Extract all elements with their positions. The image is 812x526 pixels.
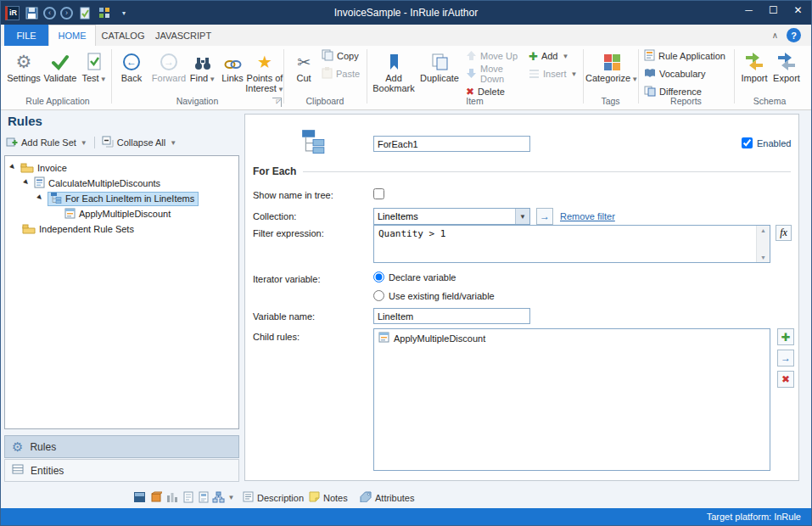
statusbar: Target platform: InRule: [1, 508, 811, 525]
group-label-clipboard: Clipboard: [283, 96, 367, 109]
add-child-rule-button[interactable]: ✚: [777, 328, 794, 345]
help-icon[interactable]: ?: [787, 28, 801, 42]
tree-item-apply-multiple-discount[interactable]: ApplyMultipleDiscount: [5, 206, 238, 221]
nav-entities-button[interactable]: Entities: [4, 459, 239, 482]
duplicate-button[interactable]: Duplicate: [418, 48, 461, 95]
folder-icon: [20, 162, 34, 175]
qat-dropdown-icon[interactable]: ▾: [116, 5, 132, 20]
back-button[interactable]: ← Back: [115, 48, 148, 95]
cut-button[interactable]: ✂ Cut: [289, 48, 318, 95]
rule-application-report-button[interactable]: Rule Application: [644, 48, 732, 64]
test-quick-icon[interactable]: [97, 5, 112, 20]
attributes-button[interactable]: Attributes: [360, 490, 414, 505]
collapse-all-button[interactable]: Collapse All: [117, 137, 165, 148]
find-button[interactable]: Find▼: [189, 48, 216, 95]
bookmark-icon: [389, 48, 400, 70]
expander-icon[interactable]: ▶: [36, 193, 45, 203]
clipboard-icon: [322, 67, 333, 81]
filter-expression-textarea[interactable]: Quantity > 1 ▲▼: [373, 225, 770, 263]
add-rule-set-button[interactable]: Add Rule Set: [21, 137, 76, 148]
dropdown-caret-icon: ▼: [209, 76, 216, 83]
ribbon-tab-row: FILE HOME CATALOG JAVASCRIPT ∧ ?: [1, 25, 811, 46]
points-of-interest-button[interactable]: ★ Points of Interest▼: [247, 48, 283, 95]
variable-name-input[interactable]: [373, 308, 530, 324]
scroll-up-icon[interactable]: ▲: [760, 227, 766, 233]
description-button[interactable]: Description: [243, 490, 304, 505]
close-button[interactable]: ✕: [786, 1, 810, 19]
rule-icon: [378, 332, 389, 344]
collapse-ribbon-icon[interactable]: ∧: [768, 28, 782, 42]
notes-button[interactable]: Notes: [309, 490, 348, 505]
app-logo-icon: iR: [5, 6, 20, 20]
insert-button[interactable]: Insert ▼: [529, 66, 580, 81]
paste-button[interactable]: Paste: [322, 66, 366, 81]
rule-name-input[interactable]: [373, 136, 530, 152]
tree-item-independent-rule-sets[interactable]: Independent Rule Sets: [5, 221, 238, 237]
view-toggle-window-icon[interactable]: [132, 490, 147, 504]
bottom-toolbar-dropdown-icon[interactable]: ▼: [227, 490, 235, 504]
save-icon[interactable]: [24, 5, 39, 20]
export-button[interactable]: Export: [771, 48, 802, 95]
tree-item-for-each[interactable]: ▶ For Each LineItem in LineItems: [5, 191, 238, 206]
export-arrows-icon: [776, 48, 797, 70]
tree-item-calculate-multiple-discounts[interactable]: ▶ CalculateMultipleDiscounts: [5, 176, 238, 191]
back-arrow-icon: ←: [123, 48, 140, 70]
nav-rules-button[interactable]: ⚙ Rules: [4, 435, 239, 458]
declare-variable-option[interactable]: Declare variable: [373, 271, 456, 283]
goto-child-rule-button[interactable]: →: [777, 350, 794, 367]
tab-javascript[interactable]: JAVASCRIPT: [150, 25, 216, 46]
maximize-button[interactable]: ☐: [761, 1, 786, 19]
vocabulary-report-button[interactable]: Vocabulary: [644, 66, 732, 81]
child-rules-listbox[interactable]: ApplyMultipleDiscount: [373, 328, 770, 471]
combo-arrow-icon[interactable]: ▼: [515, 209, 529, 224]
sticky-note-icon: [309, 491, 320, 504]
variable-name-label: Variable name:: [253, 311, 315, 322]
goto-collection-button[interactable]: →: [536, 208, 553, 225]
rule-icon: [64, 208, 76, 221]
use-existing-radio[interactable]: [373, 290, 384, 301]
tab-file[interactable]: FILE: [4, 25, 48, 46]
links-button[interactable]: Links: [218, 48, 247, 95]
add-button[interactable]: ✚ Add ▼: [529, 48, 580, 64]
remove-child-rule-button[interactable]: ✖: [777, 371, 794, 388]
remove-filter-link[interactable]: Remove filter: [560, 211, 615, 221]
settings-button[interactable]: ⚙ Settings: [6, 48, 42, 95]
ribbon: ⚙ Settings Validate Test▼ Rule Applicati…: [1, 46, 811, 110]
tab-catalog[interactable]: CATALOG: [96, 25, 150, 46]
scroll-down-icon[interactable]: ▼: [760, 255, 766, 260]
view-toggle-page-icon[interactable]: [181, 490, 195, 504]
validate-quick-icon[interactable]: [77, 5, 92, 20]
blue-arrow-icon: →: [781, 352, 791, 364]
use-existing-option[interactable]: Use existing field/variable: [373, 290, 495, 301]
fx-button[interactable]: fx: [776, 225, 792, 241]
forward-circle-icon[interactable]: ›: [60, 7, 73, 20]
move-down-button[interactable]: Move Down: [466, 66, 522, 81]
collection-dropdown[interactable]: LineItems ▼: [373, 208, 530, 225]
tree-item-invoice[interactable]: ▶ Invoice: [5, 160, 238, 176]
enabled-checkbox[interactable]: [742, 137, 753, 148]
add-rule-set-icon: [6, 136, 18, 149]
child-rule-item[interactable]: ApplyMultipleDiscount: [374, 329, 770, 347]
add-bookmark-button[interactable]: Add Bookmark: [372, 48, 416, 95]
expander-icon[interactable]: ▶: [8, 163, 18, 172]
navigation-dialog-launcher-icon[interactable]: ◿: [272, 98, 282, 107]
categorize-button[interactable]: Categorize▼: [588, 48, 636, 95]
test-button[interactable]: Test▼: [79, 48, 109, 95]
declare-variable-radio[interactable]: [373, 271, 384, 283]
tab-home[interactable]: HOME: [48, 25, 96, 46]
show-name-checkbox[interactable]: [373, 188, 384, 199]
forward-button[interactable]: → Forward: [150, 48, 188, 95]
import-button[interactable]: Import: [739, 48, 770, 95]
validate-button[interactable]: Validate: [42, 48, 79, 95]
view-toggle-cube-icon[interactable]: [148, 490, 163, 504]
view-toggle-hierarchy-icon[interactable]: [211, 490, 226, 504]
view-toggle-report-icon[interactable]: [196, 490, 210, 504]
textarea-scrollbar[interactable]: ▲▼: [756, 226, 770, 262]
selected-tree-item[interactable]: For Each LineItem in LineItems: [48, 192, 199, 206]
move-up-button[interactable]: Move Up: [466, 48, 522, 64]
copy-button[interactable]: Copy: [322, 48, 366, 64]
expander-icon[interactable]: ▶: [22, 178, 31, 187]
back-circle-icon[interactable]: ‹: [43, 7, 56, 20]
view-toggle-columns-icon[interactable]: [165, 490, 179, 504]
minimize-button[interactable]: ─: [736, 1, 761, 19]
